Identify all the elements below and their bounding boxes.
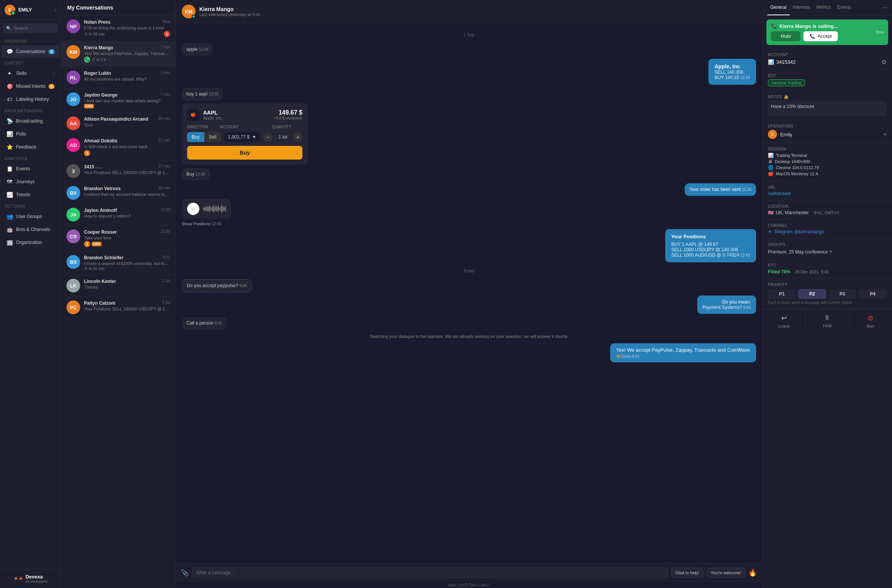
msg-row: Do you mean: Payment Systems? 9:40 <box>182 296 756 314</box>
play-button[interactable]: ▶ <box>187 203 199 215</box>
attach-button[interactable]: 📎 <box>181 569 189 577</box>
tab-metrics[interactable]: Metrics <box>813 0 834 15</box>
commission: +4.8 $ comission <box>274 116 302 120</box>
sidebar-item-conversations[interactable]: 💬 Conversations 6 <box>2 45 59 58</box>
sidebar-item-missed-intents[interactable]: 🎯 Missed Intents 5 <box>2 80 59 92</box>
chat-area: KM Kierra Mango Last interacted yesterda… <box>176 0 762 588</box>
qty-minus-button[interactable]: − <box>263 132 272 142</box>
more-options-button[interactable]: ··· <box>882 0 887 15</box>
skill-hint: /skill Ctrl+B Ctrl+l Ctrl+U <box>176 582 762 588</box>
dropdown-icon[interactable]: ▼ <box>252 134 256 140</box>
conv-preview: I made a deposit of $1000 yesterday, but… <box>84 261 170 266</box>
sidebar-item-feedback[interactable]: ⭐ Feedback <box>2 141 59 153</box>
conv-avatar: BV <box>66 186 80 200</box>
add-operator-button[interactable]: + <box>883 131 887 138</box>
conv-item-3415[interactable]: 3 3415 . . . Your Positions SELL 100000 … <box>61 160 175 182</box>
conv-item-jaylon[interactable]: JA Jaylon Aminoff How to deposit 1 milli… <box>61 204 175 226</box>
tab-interests[interactable]: Interests <box>790 0 813 15</box>
priority-p3-button[interactable]: P3 <box>829 289 856 299</box>
bot-badge: General Trading <box>768 79 805 86</box>
sidebar-item-events[interactable]: 📋 Events <box>2 163 59 175</box>
conv-meta: 📞 ⏱ In 2 h <box>84 57 170 63</box>
conv-preview: How to deposit 1 million? <box>84 214 170 218</box>
priority-p2-button[interactable]: P2 <box>798 289 826 299</box>
buy-button[interactable]: Buy <box>187 132 204 142</box>
mute-button[interactable]: Mute <box>771 31 800 41</box>
sidebar-item-broadcasting[interactable]: 📡 Broadcasting <box>2 115 59 127</box>
conv-item-nolan[interactable]: NP Nolan Press ETA on fixing the underly… <box>61 16 175 41</box>
buy-sell-toggle[interactable]: Buy Sell <box>187 132 221 142</box>
account-section: ACCOUNT 📊 3415342 ⚙ <box>763 49 892 70</box>
sidebar-item-label: Skills <box>16 71 27 76</box>
sidebar-item-user-groups[interactable]: 👥 User Groups <box>2 210 59 223</box>
position-line: BUY 1 AAPL @ 149.67 <box>671 242 750 247</box>
hold-icon: ⏸ <box>824 314 831 322</box>
tab-events[interactable]: Events <box>834 0 854 15</box>
conv-avatar: RL <box>66 71 80 84</box>
conv-item-brandon-v[interactable]: BV Brandon Vetrovs I noticed that my acc… <box>61 182 175 204</box>
sidebar-item-journeys[interactable]: 🗺 Journeys <box>2 176 59 188</box>
groups-section: GROUPS Premium, 25 May conference + <box>763 239 892 259</box>
kyc-label: KYC <box>768 263 887 267</box>
date-divider: 1 Sep <box>182 32 756 37</box>
sell-button[interactable]: Sell <box>204 132 221 142</box>
ban-button[interactable]: ⊘ Ban <box>849 309 892 333</box>
conv-item-jaydon[interactable]: JG Jaydon George i dont see any market d… <box>61 89 175 113</box>
conv-item-cooper[interactable]: CR Cooper Rosser Take your time 1 OP4 11… <box>61 226 175 251</box>
message-input[interactable] <box>192 567 668 578</box>
conv-item-ahmad[interactable]: AD Ahmad Dokidis ⊙ Will check it out and… <box>61 134 175 160</box>
conv-item-allison[interactable]: AA Allison Passaquindici Arcand Sure 20 … <box>61 113 175 134</box>
sidebar-item-trends[interactable]: 📈 Trends <box>2 189 59 201</box>
conv-clock: ⏱ In 2 h <box>92 58 106 62</box>
conv-item-lincoln[interactable]: LK Lincoln Kenter Thanks 3 Jul <box>61 275 175 297</box>
accept-call-button[interactable]: 📞 Accept <box>803 31 838 41</box>
sidebar-footer: ✦✦ Devexa by Devexperts <box>0 569 61 588</box>
show-positions-link[interactable]: Show Positions 12:43 <box>182 221 231 226</box>
quick-reply-welcome[interactable]: You're welcome! <box>706 568 745 578</box>
waveform <box>203 204 226 213</box>
buy-action-button[interactable]: Buy <box>187 146 302 160</box>
sidebar-expand-icon[interactable]: › <box>55 8 56 12</box>
terminal-icon: 📊 <box>768 153 774 158</box>
arrow-icon: › <box>53 71 55 76</box>
position-line: SELL 1000 USD/JPY @ 140.306 <box>671 247 750 252</box>
sidebar-item-label: Organization <box>16 240 42 245</box>
notes-content[interactable]: Have a 10% discount <box>768 101 887 116</box>
priority-p4-button[interactable]: P4 <box>859 289 887 299</box>
msg-row: Call a person 9:41 <box>182 317 756 330</box>
operators-section: OPERATORS E Emily + <box>763 120 892 143</box>
conv-item-roger[interactable]: RL Roger Lubin All my positions are clos… <box>61 67 175 89</box>
sidebar-item-label: Feedback <box>16 144 36 150</box>
qty-plus-button[interactable]: + <box>293 132 302 142</box>
stock-price: 149.67 $ +4.8 $ comission <box>274 109 302 120</box>
sidebar-item-polls[interactable]: 📊 Polls <box>2 128 59 140</box>
sidebar-item-label: Bots & Channels <box>16 227 50 232</box>
leave-button[interactable]: ↩ Leave <box>763 309 806 333</box>
session-item: 🍎 MacOS Monterey 12.4 <box>768 171 887 176</box>
broadcasting-icon: 📡 <box>6 118 13 124</box>
priority-p1-button[interactable]: P1 <box>768 289 796 299</box>
add-group-button[interactable]: + <box>829 248 832 255</box>
quick-reply-glad[interactable]: Glad to help! <box>671 568 703 578</box>
account-value: 1,903,77 $ ▼ <box>224 132 260 142</box>
conv-item-paityn[interactable]: PC Paityn Calzoni Your Positions SELL 10… <box>61 297 175 318</box>
suggestion-card: Do you mean: Payment Systems? 9:40 <box>697 296 756 314</box>
sidebar-item-bots-channels[interactable]: 🤖 Bots & Channels <box>2 223 59 236</box>
sidebar-item-skills[interactable]: ✦ Skills › <box>2 67 59 79</box>
emoji-button[interactable]: 🔥 <box>748 569 757 577</box>
journeys-icon: 🗺 <box>6 179 13 185</box>
conv-time: 3 Jul <box>162 279 170 283</box>
tab-general[interactable]: General <box>767 0 790 15</box>
hold-button[interactable]: ⏸ Hold <box>806 309 849 333</box>
conv-item-brandon-s[interactable]: BS Brandon Schleifer I made a deposit of… <box>61 251 175 275</box>
sidebar-item-labeling-history[interactable]: 🏷 Labeling History <box>2 93 59 105</box>
conv-content: 3415 . . . Your Positions SELL 100000 US… <box>84 164 170 175</box>
conv-item-kierra[interactable]: KM Kierra Mango Yes! We accept PayPulse,… <box>61 41 175 67</box>
sidebar-item-organization[interactable]: 🏢 Organization <box>2 236 59 249</box>
account-settings-icon[interactable]: ⚙ <box>881 58 887 66</box>
chat-input-area: 📎 Glad to help! You're welcome! 🔥 <box>176 563 762 582</box>
labeling-icon: 🏷 <box>6 96 13 102</box>
lock-icon: 🔒 <box>784 94 789 99</box>
action-buttons: ↩ Leave ⏸ Hold ⊘ Ban <box>763 309 892 333</box>
date-divider: Today <box>182 268 756 273</box>
